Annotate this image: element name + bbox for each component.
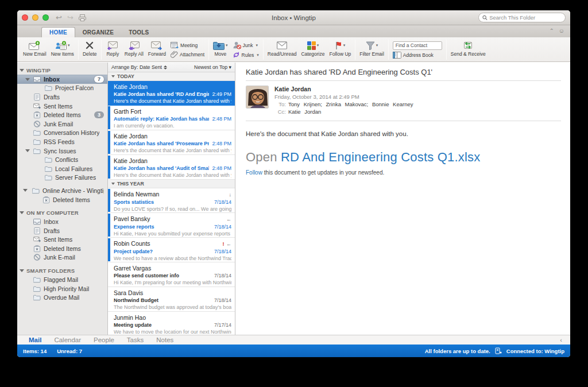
sender-name[interactable]: Katie Jordan [274, 86, 413, 93]
print-icon[interactable] [79, 14, 86, 21]
sort-order-control[interactable]: Newest on Top ▾ [194, 64, 231, 70]
find-contact-input[interactable]: Find a Contact [393, 41, 442, 50]
message-row[interactable]: Sara Davis Northwind Budget7/18/14 The N… [108, 287, 235, 312]
message-row[interactable]: Garth Fort Automatic reply: Katie Jordan… [108, 106, 235, 130]
new-email-button[interactable]: New Email [21, 38, 49, 61]
sidebar-item-archive-deleted-items[interactable]: Deleted Items [17, 195, 107, 204]
sidebar-item-local-junk-email[interactable]: Junk E-mail [17, 253, 107, 262]
minimize-window-button[interactable] [32, 14, 38, 21]
tab-tools[interactable]: TOOLS [121, 28, 156, 37]
message-row[interactable]: Katie Jordan Katie Jordan has shared 'Au… [108, 155, 235, 180]
sidebar-item-project-falcon[interactable]: Project Falcon [17, 84, 107, 93]
sidebar-item-drafts[interactable]: Drafts [17, 92, 107, 102]
junk-button[interactable]: Junk▾ [233, 41, 259, 49]
sidebar-item-high-priority-mail[interactable]: High Priority Mail [17, 284, 107, 293]
sidebar-item-junk-email[interactable]: Junk Email [17, 119, 107, 129]
document-link[interactable]: RD And Engineering Costs Q1.xlsx [281, 150, 481, 164]
rules-button[interactable]: Rules▾ [233, 51, 259, 59]
account-header-wingtip[interactable]: WINGTIP [17, 65, 107, 75]
redo-icon[interactable]: ↪ [67, 13, 74, 22]
search-box[interactable] [478, 13, 566, 22]
message-row[interactable]: Belinda Newman↓ Sports statistics7/18/14… [108, 188, 235, 213]
reply-all-button[interactable]: Reply All [122, 38, 146, 61]
message-row[interactable]: Katie Jordan Katie Jordan has shared 'Pr… [108, 130, 235, 155]
sidebar-item-conversation-history[interactable]: Conversation History [17, 129, 107, 138]
collapse-ribbon-icon[interactable]: ⌃ [549, 28, 554, 34]
delete-button[interactable]: Delete [80, 38, 99, 61]
follow-link[interactable]: Follow [246, 169, 262, 176]
section-header-on-my-computer[interactable]: ON MY COMPUTER [17, 208, 107, 217]
undo-icon[interactable]: ↩ [56, 13, 62, 22]
ribbon: New Email ▾ New Items Delete Reply Reply… [17, 37, 570, 62]
sidebar-item-flagged-mail[interactable]: Flagged Mail [17, 275, 107, 284]
follow-up-button[interactable]: ▾ Follow Up [327, 38, 353, 61]
zoom-window-button[interactable] [42, 14, 49, 21]
message-row[interactable]: Pavel Bansky← Expense reports7/18/14 Hi … [108, 213, 235, 238]
filter-email-button[interactable]: ▾ Filter Email [357, 38, 386, 61]
sidebar-item-local-inbox[interactable]: Inbox [17, 217, 107, 226]
nav-calendar[interactable]: Calendar [54, 336, 81, 343]
section-header-smart-folders[interactable]: SMART FOLDERS [17, 266, 107, 275]
arrange-by-control[interactable]: Arrange By: Date Sent [111, 64, 162, 70]
cc-recipients[interactable]: Katie Jordan [288, 108, 321, 115]
message-row[interactable]: Robin Counts! ← Project update?7/18/14 W… [108, 238, 235, 262]
disclosure-triangle-icon[interactable] [25, 78, 30, 81]
reply-button[interactable]: Reply [103, 38, 122, 61]
junk-folder-icon [33, 254, 41, 261]
attachment-button[interactable]: Attachment [171, 51, 204, 58]
disclosure-triangle-icon[interactable] [25, 149, 30, 152]
sent-icon [33, 103, 41, 110]
message-row[interactable]: Katie Jordan Katie Jordan has shared 'RD… [108, 81, 235, 106]
sidebar-item-rss-feeds[interactable]: RSS Feeds [17, 137, 107, 146]
new-items-button[interactable]: ▾ New Items [49, 38, 76, 61]
send-receive-icon [463, 41, 473, 50]
group-header-today[interactable]: TODAY [108, 72, 235, 81]
disclosure-triangle-icon[interactable] [20, 269, 24, 272]
title-bar[interactable]: ↩ ↪ Inbox • Wingtip [17, 10, 570, 25]
message-row[interactable]: Junmin Hao Meeting update7/17/14 We have… [108, 312, 235, 335]
sidebar-item-server-failures[interactable]: Server Failures [17, 173, 107, 183]
sort-toggle-icon[interactable] [164, 65, 167, 69]
sidebar-item-overdue-mail[interactable]: Overdue Mail [17, 293, 107, 302]
send-receive-button[interactable]: Send & Receive [448, 38, 488, 61]
disclosure-triangle-icon[interactable] [20, 211, 24, 214]
tab-home[interactable]: HOME [41, 27, 75, 37]
sidebar-item-sync-issues[interactable]: Sync Issues [17, 146, 107, 156]
sidebar-item-conflicts[interactable]: Conflicts [17, 155, 107, 164]
forward-button[interactable]: Forward [146, 38, 168, 61]
disclosure-triangle-icon[interactable] [23, 189, 28, 192]
meeting-button[interactable]: Meeting [171, 41, 204, 49]
feedback-smiley-icon[interactable]: ☺ [559, 28, 564, 34]
close-window-button[interactable] [22, 14, 28, 21]
read-unread-button[interactable]: Read/Unread [265, 38, 299, 61]
sidebar-item-local-drafts[interactable]: Drafts [17, 226, 107, 235]
group-header-this-year[interactable]: THIS YEAR [108, 180, 235, 188]
replied-icon: ← [226, 216, 231, 222]
deleted-items-icon [33, 245, 41, 252]
move-button[interactable]: ▾ Move [211, 38, 230, 61]
nav-tasks[interactable]: Tasks [127, 336, 144, 343]
sidebar-item-local-failures[interactable]: Local Failures [17, 164, 107, 173]
sidebar-item-local-deleted-items[interactable]: Deleted Items [17, 244, 107, 253]
rules-icon [233, 51, 240, 59]
sidebar-item-online-archive[interactable]: Online Archive - Wingtip [17, 186, 107, 195]
to-recipients[interactable]: Tony Krijnen; Zrinka Makovac; Bonnie Kea… [288, 100, 413, 108]
sidebar-item-deleted-items[interactable]: Deleted Items3 [17, 110, 107, 119]
avatar [246, 86, 269, 109]
message-row[interactable]: Garret Vargas Please send customer info7… [108, 262, 235, 287]
sidebar-item-local-sent-items[interactable]: Sent Items [17, 235, 107, 245]
address-book-button[interactable]: Address Book [393, 52, 442, 59]
disclosure-triangle-icon[interactable] [20, 69, 24, 72]
nav-notes[interactable]: Notes [156, 336, 173, 343]
nav-mail[interactable]: Mail [29, 336, 41, 343]
chevron-down-icon: ▾ [68, 43, 70, 48]
folder-icon [33, 285, 41, 292]
sidebar-item-inbox[interactable]: Inbox7 [17, 75, 107, 84]
junk-folder-icon [33, 121, 41, 127]
categorize-button[interactable]: ▾ Categorize [299, 38, 327, 61]
nav-people[interactable]: People [94, 336, 114, 343]
search-input[interactable] [489, 14, 562, 21]
collapse-pane-icon[interactable]: ‹ [560, 336, 562, 343]
sidebar-item-sent-items[interactable]: Sent Items [17, 102, 107, 111]
tab-organize[interactable]: ORGANIZE [75, 28, 121, 37]
